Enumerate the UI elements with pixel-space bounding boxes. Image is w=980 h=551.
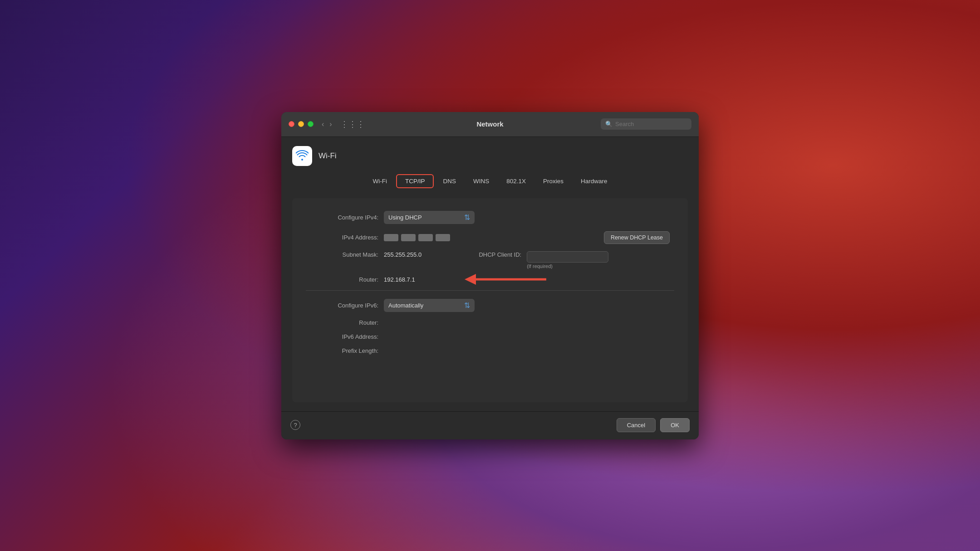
tab-8021x[interactable]: 802.1X (498, 174, 534, 188)
subnet-mask-value: 255.255.255.0 (384, 251, 421, 258)
router6-label: Router: (306, 319, 378, 326)
chevron-updown-icon-ipv6: ⇅ (464, 301, 470, 310)
wifi-icon (296, 150, 309, 162)
configure-ipv6-value: Automatically (388, 302, 423, 309)
configure-ipv4-label: Configure IPv4: (306, 214, 378, 221)
bottom-right: Cancel OK (617, 418, 690, 432)
prefix-length-label: Prefix Length: (306, 347, 378, 354)
help-button[interactable]: ? (290, 420, 300, 430)
configure-ipv4-select[interactable]: Using DHCP ⇅ (384, 211, 475, 224)
router-row: Router: 192.168.7.1 (306, 276, 674, 283)
tab-hardware[interactable]: Hardware (573, 174, 616, 188)
wifi-icon-box (292, 146, 312, 166)
title-bar: ‹ › ⋮⋮⋮ Network 🔍 (281, 112, 699, 137)
configure-ipv6-select[interactable]: Automatically ⇅ (384, 299, 475, 312)
ipv6-address-row: IPv6 Address: (306, 333, 674, 340)
subnet-dhcp-row: Subnet Mask: 255.255.255.0 DHCP Client I… (306, 251, 674, 269)
tcpip-panel: Configure IPv4: Using DHCP ⇅ IPv4 Addres… (292, 198, 688, 402)
search-icon: 🔍 (605, 121, 612, 127)
router-label: Router: (306, 276, 378, 283)
window-title: Network (476, 120, 503, 128)
content-area: Wi-Fi Wi-Fi TCP/IP DNS WINS 802.1X Proxi… (281, 137, 699, 411)
maximize-button[interactable] (308, 121, 314, 127)
ipv4-address-row: IPv4 Address: Renew DHCP Lease (306, 231, 674, 244)
tab-dns[interactable]: DNS (435, 174, 464, 188)
chevron-updown-icon: ⇅ (464, 213, 470, 222)
ipv4-address-label: IPv4 Address: (306, 234, 378, 241)
forward-button[interactable]: › (328, 120, 333, 129)
configure-ipv4-value: Using DHCP (388, 214, 422, 221)
dhcp-client-id-input[interactable] (527, 251, 608, 263)
wifi-label: Wi-Fi (318, 151, 337, 161)
bottom-bar: ? Cancel OK (281, 411, 699, 439)
ip-block-1 (384, 234, 398, 241)
tab-wins[interactable]: WINS (465, 174, 497, 188)
dhcp-client-id-part: DHCP Client ID: (If required) (449, 251, 608, 269)
configure-ipv6-label: Configure IPv6: (306, 302, 378, 309)
ip-block-4 (436, 234, 450, 241)
cancel-button[interactable]: Cancel (617, 418, 656, 432)
search-input[interactable] (615, 121, 683, 127)
subnet-mask-label: Subnet Mask: (306, 251, 378, 258)
prefix-length-row: Prefix Length: (306, 347, 674, 354)
configure-ipv6-row: Configure IPv6: Automatically ⇅ (306, 299, 674, 312)
back-button[interactable]: ‹ (320, 120, 326, 129)
tabs-bar: Wi-Fi TCP/IP DNS WINS 802.1X Proxies Har… (292, 174, 688, 188)
dhcp-hint: (If required) (527, 263, 553, 269)
close-button[interactable] (289, 121, 294, 127)
ipv6-address-label: IPv6 Address: (306, 333, 378, 340)
renew-dhcp-button[interactable]: Renew DHCP Lease (604, 231, 670, 244)
section-divider (306, 290, 674, 291)
red-arrow-annotation (446, 270, 546, 288)
configure-ipv4-row: Configure IPv4: Using DHCP ⇅ (306, 211, 674, 224)
router-value: 192.168.7.1 (384, 276, 415, 283)
ipv4-address-value (384, 234, 450, 241)
grid-button[interactable]: ⋮⋮⋮ (338, 118, 367, 130)
dhcp-client-id-label: DHCP Client ID: (449, 251, 521, 258)
search-bar[interactable]: 🔍 (601, 118, 691, 130)
minimize-button[interactable] (298, 121, 304, 127)
dhcp-input-wrap: (If required) (527, 251, 608, 269)
traffic-lights (289, 121, 314, 127)
ip-block-3 (418, 234, 433, 241)
tab-proxies[interactable]: Proxies (535, 174, 572, 188)
svg-marker-1 (465, 274, 476, 285)
nav-buttons: ‹ › (320, 120, 334, 129)
wifi-header: Wi-Fi (292, 146, 688, 166)
tab-wifi[interactable]: Wi-Fi (364, 174, 395, 188)
subnet-part: Subnet Mask: 255.255.255.0 (306, 251, 421, 258)
tab-tcpip[interactable]: TCP/IP (396, 174, 434, 188)
router6-row: Router: (306, 319, 674, 326)
ip-block-2 (401, 234, 416, 241)
ok-button[interactable]: OK (660, 418, 690, 432)
network-preferences-window: ‹ › ⋮⋮⋮ Network 🔍 Wi-Fi Wi-Fi (281, 112, 699, 439)
